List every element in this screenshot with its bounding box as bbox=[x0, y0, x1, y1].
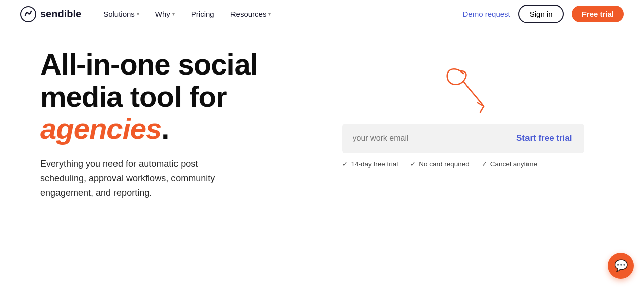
chat-icon: 💬 bbox=[614, 259, 628, 272]
hero-left: All-in-one social media tool for agencie… bbox=[40, 48, 292, 200]
arrow-illustration bbox=[413, 58, 514, 119]
check-icon: ✓ bbox=[482, 160, 487, 168]
chevron-down-icon: ▾ bbox=[137, 11, 139, 17]
nav-links: Solutions ▾ Why ▾ Pricing Resources ▾ bbox=[97, 6, 462, 22]
benefit-item-2: ✓ Cancel anytime bbox=[482, 160, 537, 168]
start-trial-button[interactable]: Start free trial bbox=[504, 124, 584, 153]
benefits-list: ✓ 14-day free trial ✓ No card required ✓… bbox=[342, 160, 584, 168]
chevron-down-icon: ▾ bbox=[172, 11, 175, 17]
check-icon: ✓ bbox=[342, 160, 348, 168]
svg-point-0 bbox=[21, 7, 36, 22]
check-icon: ✓ bbox=[410, 160, 416, 168]
nav-solutions[interactable]: Solutions ▾ bbox=[97, 6, 145, 22]
demo-request-link[interactable]: Demo request bbox=[463, 10, 510, 18]
chevron-down-icon: ▾ bbox=[268, 11, 271, 17]
email-form: Start free trial bbox=[342, 124, 584, 153]
headline: All-in-one social media tool for agencie… bbox=[40, 48, 292, 144]
logo-text: sendible bbox=[40, 8, 81, 20]
benefit-item-1: ✓ No card required bbox=[410, 160, 470, 168]
signin-button[interactable]: Sign in bbox=[518, 5, 564, 23]
nav-pricing[interactable]: Pricing bbox=[185, 6, 220, 22]
nav-right: Demo request Sign in Free trial bbox=[463, 5, 624, 23]
nav-why[interactable]: Why ▾ bbox=[149, 6, 181, 22]
logo-link[interactable]: sendible bbox=[20, 6, 81, 22]
navbar: sendible Solutions ▾ Why ▾ Pricing Resou… bbox=[0, 0, 644, 28]
hero-right: Start free trial ✓ 14-day free trial ✓ N… bbox=[323, 48, 604, 168]
nav-resources[interactable]: Resources ▾ bbox=[224, 6, 277, 22]
free-trial-button[interactable]: Free trial bbox=[572, 6, 624, 22]
benefit-item-0: ✓ 14-day free trial bbox=[342, 160, 398, 168]
chat-button[interactable]: 💬 bbox=[608, 253, 634, 279]
email-input[interactable] bbox=[342, 124, 504, 153]
main-content: All-in-one social media tool for agencie… bbox=[0, 28, 644, 200]
hero-subtext: Everything you need for automatic post s… bbox=[40, 157, 232, 200]
logo-icon bbox=[20, 6, 36, 22]
